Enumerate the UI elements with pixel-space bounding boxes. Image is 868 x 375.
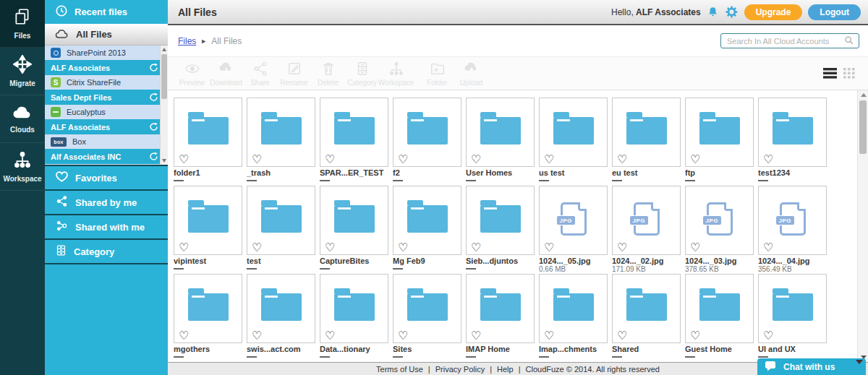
scroll-up-arrow-icon[interactable] — [861, 93, 867, 97]
favorite-heart-icon[interactable]: ♡ — [398, 154, 408, 165]
upload-button[interactable]: Upload — [454, 61, 488, 87]
favorite-heart-icon[interactable]: ♡ — [398, 242, 408, 254]
sync-icon[interactable] — [149, 122, 158, 132]
file-card[interactable]: ♡Imap...chments — [539, 274, 608, 360]
search-icon[interactable] — [844, 35, 854, 48]
favorite-heart-icon[interactable]: ♡ — [617, 154, 627, 165]
account-name-row[interactable]: Sales Dept Files — [45, 90, 168, 105]
file-card[interactable]: ♡eu test — [612, 98, 681, 184]
favorite-heart-icon[interactable]: ♡ — [179, 330, 189, 342]
file-card[interactable]: ♡SPAR...ER_TEST — [320, 98, 388, 184]
rail-item-files[interactable]: Files — [0, 0, 45, 48]
sidebar-item-shared-by-me[interactable]: Shared by me — [45, 189, 168, 214]
delete-button[interactable]: Delete — [311, 61, 345, 87]
breadcrumb-root-link[interactable]: Files — [178, 36, 196, 46]
file-card[interactable]: ♡ftp — [685, 98, 754, 184]
file-card[interactable]: ♡Data...tionary — [320, 274, 388, 360]
file-card[interactable]: ♡Mg Feb9 — [393, 186, 461, 272]
favorite-heart-icon[interactable]: ♡ — [398, 330, 408, 342]
account-name-row[interactable]: ALF Associates — [45, 60, 168, 75]
list-view-icon[interactable] — [823, 68, 837, 79]
scroll-up-arrow-icon[interactable] — [162, 48, 166, 51]
favorite-heart-icon[interactable]: ♡ — [471, 242, 481, 254]
sidebar-item-category[interactable]: Category — [45, 238, 168, 263]
file-card[interactable]: JPG♡1024..._02.jpg171.09 KB — [612, 186, 681, 272]
sync-icon[interactable] — [149, 92, 158, 102]
favorite-heart-icon[interactable]: ♡ — [763, 154, 773, 165]
category-button[interactable]: Category — [345, 61, 379, 87]
favorite-heart-icon[interactable]: ♡ — [763, 242, 773, 254]
favorite-heart-icon[interactable]: ♡ — [325, 154, 335, 165]
rail-item-clouds[interactable]: Clouds — [0, 95, 45, 143]
favorite-heart-icon[interactable]: ♡ — [325, 242, 335, 254]
chat-with-us-button[interactable]: Chat with us — [757, 358, 866, 375]
favorite-heart-icon[interactable]: ♡ — [690, 154, 700, 165]
favorite-heart-icon[interactable]: ♡ — [252, 242, 262, 254]
file-card[interactable]: ♡test — [247, 186, 315, 272]
file-card[interactable]: ♡User Homes — [466, 98, 535, 184]
file-card[interactable]: ♡swis...act.com — [247, 274, 315, 360]
sidebar-item-all-files[interactable]: All Files — [45, 24, 168, 46]
favorite-heart-icon[interactable]: ♡ — [690, 330, 700, 342]
file-card[interactable]: JPG♡1024..._04.jpg356.49 KB — [758, 186, 827, 272]
search-input[interactable] — [727, 37, 844, 46]
privacy-policy-link[interactable]: Privacy Policy — [435, 365, 485, 374]
favorite-heart-icon[interactable]: ♡ — [471, 330, 481, 342]
file-card[interactable]: ♡f2 — [393, 98, 461, 184]
upgrade-button[interactable]: Upgrade — [744, 4, 803, 20]
favorite-heart-icon[interactable]: ♡ — [179, 154, 189, 165]
account-provider-row[interactable]: S Citrix ShareFile — [45, 75, 168, 90]
file-card[interactable]: ♡Sites — [393, 274, 461, 360]
favorite-heart-icon[interactable]: ♡ — [617, 242, 627, 254]
favorite-heart-icon[interactable]: ♡ — [544, 330, 554, 342]
logout-button[interactable]: Logout — [808, 4, 861, 20]
sidebar-item-shared-with-me[interactable]: Shared with me — [45, 214, 168, 238]
file-card[interactable]: ♡vipintest — [174, 186, 242, 272]
scroll-down-arrow-icon[interactable] — [162, 159, 166, 163]
account-name-row[interactable]: Alf Associates INC — [45, 149, 168, 164]
new-folder-button[interactable]: Folder — [420, 61, 454, 87]
favorite-heart-icon[interactable]: ♡ — [252, 154, 262, 165]
account-provider-row[interactable]: box Box — [45, 134, 168, 149]
favorite-heart-icon[interactable]: ♡ — [179, 242, 189, 254]
file-card[interactable]: ♡CaptureBites — [320, 186, 388, 272]
file-card[interactable]: ♡Shared — [612, 274, 681, 360]
favorite-heart-icon[interactable]: ♡ — [763, 330, 773, 342]
file-card[interactable]: ♡us test — [539, 98, 608, 184]
favorite-heart-icon[interactable]: ♡ — [617, 330, 627, 342]
account-name-row[interactable]: ALF Associates — [45, 119, 168, 134]
account-provider-row[interactable]: Eucalyptus — [45, 105, 168, 119]
notifications-bell-icon[interactable] — [707, 6, 719, 18]
file-card[interactable]: ♡IMAP Home — [466, 274, 535, 360]
favorite-heart-icon[interactable]: ♡ — [252, 330, 262, 342]
rename-button[interactable]: Rename — [277, 61, 311, 87]
favorite-heart-icon[interactable]: ♡ — [544, 154, 554, 165]
file-card[interactable]: ♡_trash — [247, 98, 315, 184]
file-card[interactable]: ♡mgothers — [174, 274, 242, 360]
rail-item-workspace[interactable]: Workspace — [0, 143, 45, 191]
content-scrollbar[interactable] — [857, 90, 868, 362]
favorite-heart-icon[interactable]: ♡ — [325, 330, 335, 342]
workspace-button[interactable]: Workspace — [379, 61, 413, 87]
file-card[interactable]: ♡UI and UX — [758, 274, 827, 360]
preview-button[interactable]: Preview — [175, 61, 209, 87]
scrollbar-thumb[interactable] — [859, 100, 867, 154]
settings-gear-icon[interactable] — [725, 5, 739, 19]
grid-view-icon[interactable] — [843, 68, 855, 79]
chat-collapse-arrow-icon[interactable] — [856, 360, 863, 364]
sidebar-item-recent-files[interactable]: Recent files — [45, 0, 168, 24]
scrollbar-thumb[interactable] — [161, 54, 167, 99]
sync-icon[interactable] — [149, 63, 158, 72]
sidebar-item-favorites[interactable]: Favorites — [45, 165, 168, 189]
terms-of-use-link[interactable]: Terms of Use — [376, 365, 423, 374]
favorite-heart-icon[interactable]: ♡ — [471, 154, 481, 165]
share-button[interactable]: Share — [243, 61, 277, 87]
file-card[interactable]: ♡Sieb...djuntos — [466, 186, 535, 272]
file-card[interactable]: ♡Guest Home — [685, 274, 754, 360]
download-button[interactable]: Download — [209, 61, 243, 87]
favorite-heart-icon[interactable]: ♡ — [690, 242, 700, 254]
file-card[interactable]: JPG♡1024..._05.jpg0.66 MB — [539, 186, 608, 272]
account-provider-row[interactable]: SharePoint 2013 — [45, 46, 168, 60]
accounts-scrollbar[interactable] — [160, 46, 168, 165]
file-card[interactable]: JPG♡1024..._03.jpg378.65 KB — [685, 186, 754, 272]
